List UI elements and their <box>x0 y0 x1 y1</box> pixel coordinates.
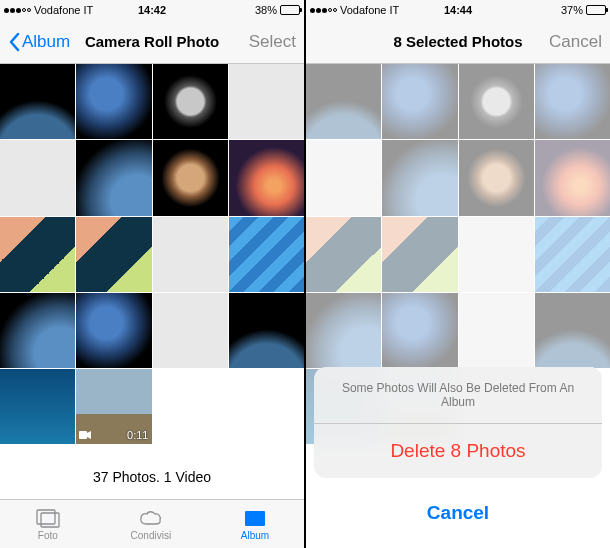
photo-thumbnail[interactable] <box>0 217 75 292</box>
screen-album-view: Vodafone IT 14:42 38% Album Camera Roll … <box>0 0 304 548</box>
clock-label: 14:42 <box>138 4 166 16</box>
battery-icon <box>280 5 300 15</box>
chevron-left-icon <box>8 32 20 52</box>
photo-thumbnail[interactable] <box>153 293 228 368</box>
action-sheet-group: Some Photos Will Also Be Deleted From An… <box>314 367 602 478</box>
tab-bar: Foto Condivisi Album <box>0 499 304 548</box>
back-label: Album <box>22 32 70 52</box>
photo-thumbnail[interactable] <box>0 293 75 368</box>
tab-label: Album <box>241 530 269 541</box>
carrier-label: Vodafone IT <box>34 4 93 16</box>
photo-thumbnail[interactable] <box>76 217 151 292</box>
photo-grid-empty <box>229 369 304 444</box>
photo-thumbnail[interactable] <box>153 217 228 292</box>
photos-icon <box>35 508 61 528</box>
tab-condivisi[interactable]: Condivisi <box>131 508 172 541</box>
photo-thumbnail[interactable] <box>0 140 75 215</box>
battery-percent-label: 38% <box>255 4 277 16</box>
photo-thumbnail[interactable] <box>153 140 228 215</box>
photo-thumbnail[interactable] <box>0 64 75 139</box>
svg-rect-1 <box>37 510 55 524</box>
back-button[interactable]: Album <box>8 32 70 52</box>
screen-select-mode: Vodafone IT 14:44 37% 8 Selected Photos … <box>306 0 610 548</box>
video-duration-label: 0:11 <box>127 429 148 441</box>
svg-rect-3 <box>245 511 265 526</box>
nav-title: Camera Roll Photo <box>85 33 219 50</box>
action-sheet-message: Some Photos Will Also Be Deleted From An… <box>314 367 602 424</box>
video-badge: 0:11 <box>79 429 148 441</box>
photo-thumbnail[interactable] <box>76 140 151 215</box>
cancel-button[interactable]: Cancel <box>314 486 602 540</box>
photo-grid: 0:11 <box>0 64 304 455</box>
status-bar: Vodafone IT 14:42 38% <box>0 0 304 20</box>
photo-thumbnail[interactable]: 0:11 <box>76 369 151 444</box>
delete-photos-button[interactable]: Delete 8 Photos <box>314 424 602 478</box>
svg-rect-2 <box>41 513 59 527</box>
photo-thumbnail[interactable] <box>229 64 304 139</box>
album-icon <box>242 508 268 528</box>
tab-album[interactable]: Album <box>241 508 269 541</box>
tab-foto[interactable]: Foto <box>35 508 61 541</box>
nav-bar: Album Camera Roll Photo Select <box>0 20 304 64</box>
video-icon <box>79 431 91 439</box>
select-button[interactable]: Select <box>249 32 296 52</box>
photo-count-label: 37 Photos. 1 Video <box>0 455 304 499</box>
photo-thumbnail[interactable] <box>229 140 304 215</box>
svg-rect-0 <box>79 431 87 439</box>
signal-strength-icon <box>4 8 31 13</box>
photo-thumbnail[interactable] <box>153 64 228 139</box>
cloud-icon <box>138 508 164 528</box>
photo-thumbnail[interactable] <box>229 217 304 292</box>
photo-thumbnail[interactable] <box>229 293 304 368</box>
action-sheet: Some Photos Will Also Be Deleted From An… <box>306 0 610 548</box>
photo-grid-empty <box>153 369 228 444</box>
photo-thumbnail[interactable] <box>76 64 151 139</box>
tab-label: Condivisi <box>131 530 172 541</box>
photo-thumbnail[interactable] <box>0 369 75 444</box>
photo-thumbnail[interactable] <box>76 293 151 368</box>
tab-label: Foto <box>38 530 58 541</box>
